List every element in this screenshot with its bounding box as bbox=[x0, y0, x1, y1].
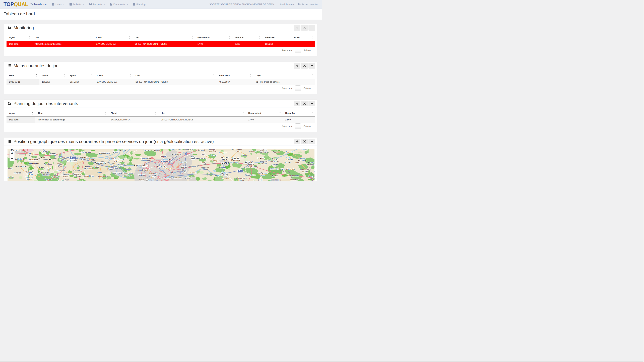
collapse-panel-button[interactable] bbox=[308, 101, 315, 106]
table-row[interactable]: 2022-07-11 16:32:00 Doe John BANQUE DEMO… bbox=[6, 79, 315, 85]
panel-tools bbox=[293, 101, 315, 106]
column-header-heure[interactable]: Heure bbox=[39, 72, 67, 79]
pagination-previous[interactable]: Précedent bbox=[282, 87, 292, 89]
column-header-client[interactable]: Client bbox=[108, 110, 158, 117]
map-place-label: Corneuil bbox=[8, 176, 12, 178]
column-header-agent[interactable]: Agent bbox=[6, 110, 35, 117]
move-panel-button[interactable] bbox=[294, 139, 300, 144]
sort-icon bbox=[130, 74, 131, 77]
column-header-point-gps[interactable]: Point GPS bbox=[216, 72, 253, 79]
nav-item-rapports[interactable]: Rapports bbox=[87, 0, 108, 9]
sort-icon bbox=[280, 112, 281, 115]
pagination-page-1[interactable]: 1 bbox=[295, 85, 301, 91]
column-header-objet[interactable]: Objet bbox=[253, 72, 315, 79]
map-place-label: Évecquemont bbox=[99, 152, 110, 154]
cell-titre: Intervention de gardiennage bbox=[32, 41, 94, 47]
mains-courantes-table: Date Heure Agent Client Lieu Point GPS O… bbox=[6, 72, 315, 85]
table-header-row: Agent Titre Client Lieu Heure début Heur… bbox=[6, 110, 315, 117]
column-header-agent[interactable]: Agent bbox=[67, 72, 94, 79]
map-place-label: Ste-Aulde bbox=[257, 157, 265, 159]
column-header-lieu[interactable]: Lieu bbox=[132, 34, 195, 41]
pagination-next[interactable]: Suivant bbox=[304, 125, 311, 127]
panel-heading: Monitoring bbox=[4, 24, 317, 32]
collapse-panel-button[interactable] bbox=[308, 25, 315, 31]
sign-out-icon bbox=[298, 3, 301, 6]
pagination-next[interactable]: Suivant bbox=[304, 49, 311, 52]
calendar-icon bbox=[133, 3, 135, 6]
column-header-date[interactable]: Date bbox=[6, 72, 39, 79]
map-place-label: Maisons-Laffitte bbox=[118, 163, 125, 167]
map-place-label: Connigis bbox=[301, 149, 308, 150]
map-place-label: Bueil bbox=[47, 167, 51, 169]
map-place-label: Sarcelles bbox=[160, 155, 168, 157]
column-header-heure-debut[interactable]: Heure début bbox=[195, 34, 232, 41]
column-header-client[interactable]: Client bbox=[94, 72, 133, 79]
zoom-in-button[interactable]: + bbox=[10, 151, 14, 156]
cell-heure-debut: 17:00 bbox=[246, 117, 282, 123]
panel-tools bbox=[293, 139, 315, 144]
collapse-panel-button[interactable] bbox=[308, 139, 315, 144]
map[interactable]: A 13A 4 ÉvreuxCierreyPacy-sur-EureVilleg… bbox=[8, 149, 314, 181]
pagination-page-1[interactable]: 1 bbox=[295, 123, 301, 129]
pagination-previous[interactable]: Précedent bbox=[282, 125, 292, 127]
column-header-titre[interactable]: Titre bbox=[32, 34, 94, 41]
sort-icon bbox=[192, 36, 193, 39]
svg-text:A 13: A 13 bbox=[71, 157, 74, 159]
nav-item-tableau-de-bord[interactable]: Tableau de bord bbox=[28, 0, 50, 9]
sort-icon bbox=[28, 36, 30, 39]
nav-item-activites[interactable]: Activités bbox=[67, 0, 87, 9]
map-place-label: Montreuil-aux-Lions bbox=[260, 149, 268, 153]
column-header-client[interactable]: Client bbox=[94, 34, 132, 41]
column-header-lieu[interactable]: Lieu bbox=[133, 72, 216, 79]
table-row-alert[interactable]: Doe John Intervention de gardiennage BAN… bbox=[6, 41, 315, 47]
column-header-prise[interactable]: Prise bbox=[292, 34, 315, 41]
close-panel-button[interactable] bbox=[301, 63, 308, 69]
column-header-heure-fin[interactable]: Heure fin bbox=[232, 34, 262, 41]
map-place-label: Colombes bbox=[142, 169, 150, 171]
map-place-label: Vauréal bbox=[120, 149, 126, 151]
map-place-label: Sevran bbox=[181, 166, 187, 168]
column-header-pre-prise[interactable]: Pré-Prise bbox=[262, 34, 292, 41]
map-place-label: Argenteuil bbox=[134, 164, 145, 167]
column-header-heure-fin[interactable]: Heure fin bbox=[282, 110, 315, 117]
pagination-previous[interactable]: Précedent bbox=[282, 49, 292, 52]
brand-logo[interactable]: TOPQUAL bbox=[4, 2, 28, 7]
monitoring-table: Agent Titre Client Lieu Heure début Heur… bbox=[6, 34, 315, 47]
chevron-down-icon bbox=[63, 4, 65, 5]
panel-title: Position geographique des mains courante… bbox=[14, 138, 214, 144]
column-header-agent[interactable]: Agent bbox=[6, 34, 32, 41]
move-panel-button[interactable] bbox=[294, 25, 300, 31]
cell-objet: 01 - Pre-Prise de service bbox=[253, 79, 315, 85]
panel-map: Position geographique des mains courante… bbox=[4, 137, 317, 181]
nav-item-label: Planning bbox=[136, 3, 146, 6]
map-place-label: Vert bbox=[76, 165, 80, 167]
map-place-label: Cocherel bbox=[249, 150, 256, 152]
map-place-label: Poincy bbox=[232, 161, 238, 163]
map-place-label: St-Nom-la-B. bbox=[63, 179, 70, 181]
map-place-label: Grossœuvre bbox=[15, 165, 26, 167]
map-place-label: Nanterre bbox=[138, 174, 145, 176]
nav-item-administrateur[interactable]: Administrateur bbox=[280, 3, 294, 6]
pagination-page-1[interactable]: 1 bbox=[295, 48, 301, 53]
panel-mains-courantes: Mains courantes du jour Date Heure bbox=[4, 62, 317, 94]
nav-item-planning[interactable]: Planning bbox=[130, 0, 148, 9]
map-place-label: Jumelles bbox=[14, 172, 21, 174]
nav-item-listes[interactable]: Listes bbox=[50, 0, 67, 9]
move-panel-button[interactable] bbox=[294, 101, 300, 106]
column-header-lieu[interactable]: Lieu bbox=[158, 110, 246, 117]
nav-item-logout[interactable]: Se déconnecter bbox=[298, 3, 318, 6]
sort-icon bbox=[32, 112, 34, 115]
column-header-heure-debut[interactable]: Heure début bbox=[246, 110, 282, 117]
collapse-panel-button[interactable] bbox=[308, 63, 315, 69]
column-header-titre[interactable]: Titre bbox=[35, 110, 108, 117]
close-panel-button[interactable] bbox=[301, 139, 308, 144]
move-panel-button[interactable] bbox=[294, 63, 300, 69]
close-panel-button[interactable] bbox=[301, 101, 308, 106]
zoom-out-button[interactable]: − bbox=[10, 156, 14, 161]
nav-item-documents[interactable]: Documents bbox=[108, 0, 130, 9]
nav-item-label: Activités bbox=[73, 3, 82, 6]
sort-icon bbox=[155, 112, 156, 115]
close-panel-button[interactable] bbox=[301, 25, 308, 31]
pagination-next[interactable]: Suivant bbox=[304, 87, 311, 89]
table-row[interactable]: Doe John Intervention de gardiennage BAN… bbox=[6, 117, 315, 123]
